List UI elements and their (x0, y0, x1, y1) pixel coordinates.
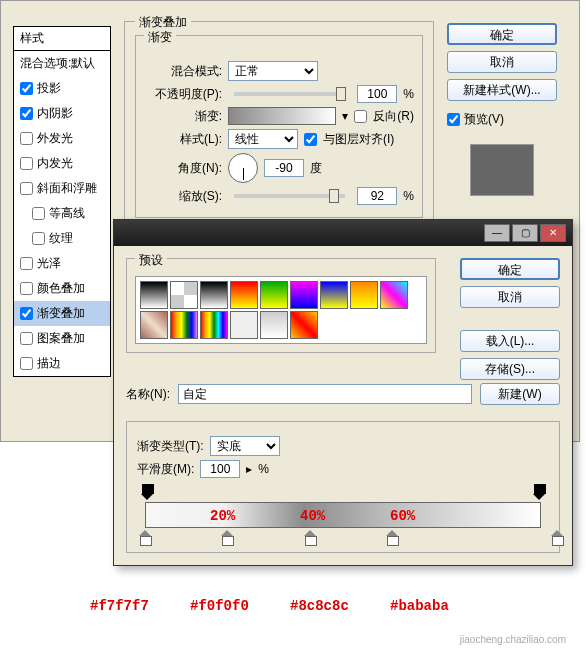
preset-thumb[interactable] (200, 281, 228, 309)
annot-c3: #8c8c8c (290, 598, 349, 614)
style-item[interactable]: 描边 (14, 351, 110, 376)
style-checkbox[interactable] (20, 257, 33, 270)
style-label: 外发光 (37, 130, 73, 147)
preview-check-row: 预览(V) (447, 111, 557, 128)
gradient-bar[interactable] (145, 502, 541, 528)
maximize-icon[interactable]: ▢ (512, 224, 538, 242)
style-item[interactable]: 颜色叠加 (14, 276, 110, 301)
titlebar[interactable]: — ▢ ✕ (114, 220, 572, 246)
style-checkbox[interactable] (20, 132, 33, 145)
color-stop[interactable] (386, 530, 398, 544)
preset-thumb[interactable] (140, 281, 168, 309)
color-stop[interactable] (221, 530, 233, 544)
style-item[interactable]: 等高线 (14, 201, 110, 226)
preset-thumb[interactable] (290, 311, 318, 339)
preset-thumb[interactable] (140, 311, 168, 339)
style-item[interactable]: 外发光 (14, 126, 110, 151)
styles-header: 样式 (14, 27, 110, 51)
color-stop[interactable] (139, 530, 151, 544)
style-item[interactable]: 图案叠加 (14, 326, 110, 351)
style-item[interactable]: 斜面和浮雕 (14, 176, 110, 201)
color-stop[interactable] (304, 530, 316, 544)
ge-ok-button[interactable]: 确定 (460, 258, 560, 280)
smoothness-input[interactable] (200, 460, 240, 478)
opacity-stop-right[interactable] (533, 486, 545, 500)
style-checkbox[interactable] (20, 107, 33, 120)
ok-button[interactable]: 确定 (447, 23, 557, 45)
style-checkbox[interactable] (20, 182, 33, 195)
style-label: 等高线 (49, 205, 85, 222)
annot-c1: #f7f7f7 (90, 598, 149, 614)
type-select[interactable]: 实底 (210, 436, 280, 456)
style-item[interactable]: 纹理 (14, 226, 110, 251)
style-item[interactable]: 投影 (14, 76, 110, 101)
angle-dial[interactable] (228, 153, 258, 183)
dialog-buttons: 确定 取消 新建样式(W)... 预览(V) (447, 23, 557, 196)
dropdown-icon[interactable]: ▸ (246, 462, 252, 476)
ge-cancel-button[interactable]: 取消 (460, 286, 560, 308)
style-item[interactable]: 内发光 (14, 151, 110, 176)
new-button[interactable]: 新建(W) (480, 383, 560, 405)
opacity-input[interactable] (357, 85, 397, 103)
preset-thumbs (135, 276, 427, 344)
style-checkbox[interactable] (20, 282, 33, 295)
preset-thumb[interactable] (260, 281, 288, 309)
new-style-button[interactable]: 新建样式(W)... (447, 79, 557, 101)
style-checkbox[interactable] (20, 332, 33, 345)
scale-unit: % (403, 189, 414, 203)
preset-thumb[interactable] (200, 311, 228, 339)
preset-thumb[interactable] (170, 281, 198, 309)
styles-panel: 样式 混合选项:默认投影内阴影外发光内发光斜面和浮雕等高线纹理光泽颜色叠加渐变叠… (13, 26, 111, 377)
save-button[interactable]: 存储(S)... (460, 358, 560, 380)
style-checkbox[interactable] (32, 207, 45, 220)
preset-thumb[interactable] (290, 281, 318, 309)
style-checkbox[interactable] (20, 307, 33, 320)
group-title: 渐变 (144, 29, 176, 46)
style-label: 颜色叠加 (37, 280, 85, 297)
color-stop[interactable] (551, 530, 563, 544)
angle-unit: 度 (310, 160, 322, 177)
style-checkbox[interactable] (20, 357, 33, 370)
scale-input[interactable] (357, 187, 397, 205)
minimize-icon[interactable]: — (484, 224, 510, 242)
style-item[interactable]: 渐变叠加 (14, 301, 110, 326)
preset-thumb[interactable] (350, 281, 378, 309)
preset-thumb[interactable] (380, 281, 408, 309)
opacity-slider[interactable] (234, 92, 345, 96)
preview-label: 预览(V) (464, 111, 504, 128)
dropdown-icon[interactable]: ▾ (342, 109, 348, 123)
preview-checkbox[interactable] (447, 113, 460, 126)
blending-options[interactable]: 混合选项:默认 (14, 51, 110, 76)
gradient-preview[interactable] (228, 107, 336, 125)
reverse-checkbox[interactable] (354, 110, 367, 123)
name-input[interactable] (178, 384, 472, 404)
gradient-editor-dialog: — ▢ ✕ 预设 确定 取消 载入(L)... 存储(S)... 名称(N): … (113, 219, 573, 566)
preset-thumb[interactable] (230, 281, 258, 309)
style-label: 纹理 (49, 230, 73, 247)
opacity-row: 不透明度(P): % (144, 85, 414, 103)
close-icon[interactable]: ✕ (540, 224, 566, 242)
style-checkbox[interactable] (32, 232, 45, 245)
angle-input[interactable] (264, 159, 304, 177)
name-label: 名称(N): (126, 386, 170, 403)
style-item[interactable]: 光泽 (14, 251, 110, 276)
preset-thumb[interactable] (320, 281, 348, 309)
blend-mode-select[interactable]: 正常 (228, 61, 318, 81)
preset-thumb[interactable] (260, 311, 288, 339)
style-label: 光泽 (37, 255, 61, 272)
styles-list: 混合选项:默认投影内阴影外发光内发光斜面和浮雕等高线纹理光泽颜色叠加渐变叠加图案… (14, 51, 110, 376)
style-select[interactable]: 线性 (228, 129, 298, 149)
scale-slider[interactable] (234, 194, 345, 198)
preset-thumb[interactable] (170, 311, 198, 339)
style-checkbox[interactable] (20, 82, 33, 95)
gradient-bar-wrap (137, 488, 549, 542)
opacity-stop-left[interactable] (141, 486, 153, 500)
style-label: 内发光 (37, 155, 73, 172)
preset-thumb[interactable] (230, 311, 258, 339)
style-checkbox[interactable] (20, 157, 33, 170)
style-item[interactable]: 内阴影 (14, 101, 110, 126)
load-button[interactable]: 载入(L)... (460, 330, 560, 352)
type-label: 渐变类型(T): (137, 438, 204, 455)
cancel-button[interactable]: 取消 (447, 51, 557, 73)
align-checkbox[interactable] (304, 133, 317, 146)
